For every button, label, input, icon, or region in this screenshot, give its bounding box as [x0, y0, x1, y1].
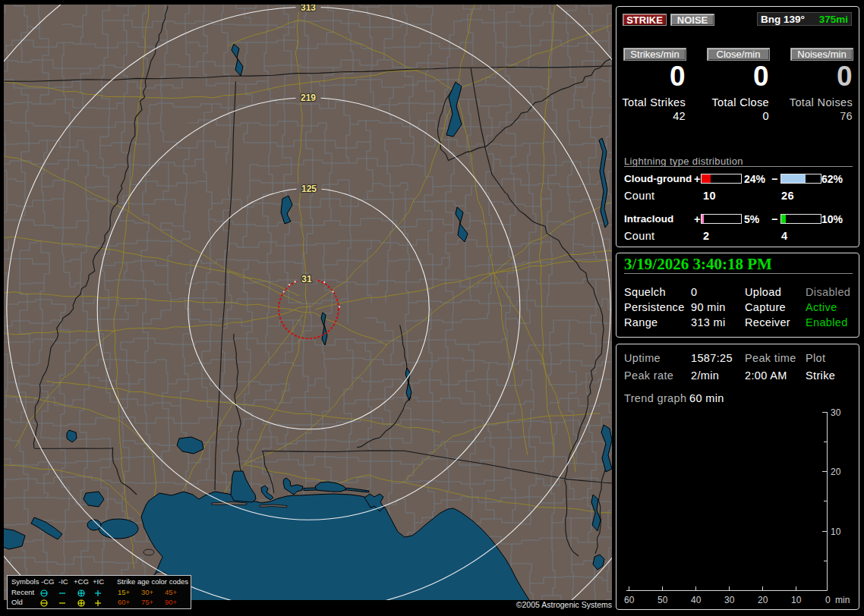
svg-text:60: 60: [624, 595, 635, 605]
svg-text:20: 20: [831, 467, 841, 477]
svg-text:313: 313: [301, 2, 316, 13]
svg-text:min: min: [835, 595, 850, 605]
svg-text:20: 20: [758, 595, 768, 605]
svg-text:10: 10: [791, 595, 802, 605]
svg-text:125: 125: [301, 184, 317, 194]
svg-text:50: 50: [657, 595, 668, 605]
svg-text:30: 30: [831, 407, 841, 418]
svg-text:10: 10: [831, 526, 841, 537]
svg-text:0: 0: [825, 595, 831, 605]
svg-text:31: 31: [301, 274, 312, 284]
svg-text:40: 40: [691, 595, 702, 605]
svg-text:219: 219: [301, 93, 316, 103]
svg-text:30: 30: [724, 595, 735, 605]
